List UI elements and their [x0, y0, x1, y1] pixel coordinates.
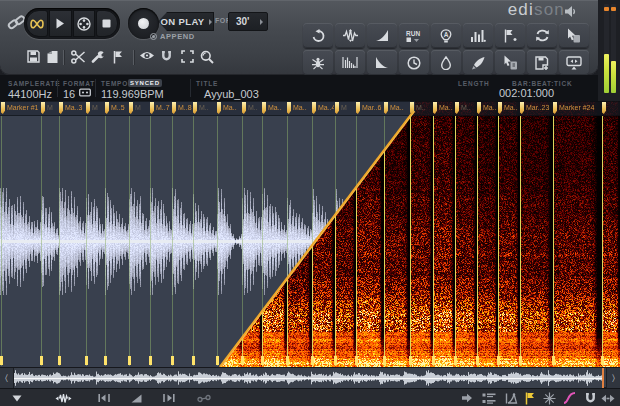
file-tool-strip: [0, 47, 300, 69]
on-play-label: ON PLAY: [160, 16, 204, 27]
marker-flag[interactable]: [193, 102, 197, 114]
menu-triangle-button[interactable]: [8, 389, 26, 406]
append-option[interactable]: APPEND: [150, 32, 195, 41]
save-as-tool-button[interactable]: [527, 50, 557, 75]
marker-flag[interactable]: [384, 102, 388, 114]
scrub-wave-button[interactable]: [54, 389, 72, 406]
snowflake-button[interactable]: [540, 389, 558, 406]
magnet-button[interactable]: [581, 389, 599, 406]
reel-button[interactable]: [73, 10, 95, 37]
snap-right-icon: [163, 393, 175, 403]
add-marker-tool-button[interactable]: [495, 23, 525, 48]
scissors-button[interactable]: [71, 50, 86, 64]
marker-flag[interactable]: [498, 102, 502, 114]
on-play-dropdown[interactable]: ON PLAY: [158, 12, 214, 31]
marker-flag[interactable]: [287, 102, 291, 114]
link-dots-button[interactable]: [195, 389, 213, 406]
marker-flag[interactable]: [150, 102, 154, 114]
denoise-tool-button[interactable]: [303, 50, 333, 75]
marker-flag[interactable]: [455, 102, 459, 114]
stretch-icon: [601, 394, 615, 403]
send-to-tool-button[interactable]: [559, 50, 589, 75]
loop-button[interactable]: [26, 10, 48, 37]
marker-flag[interactable]: [335, 102, 339, 114]
add-marker-icon: [504, 29, 517, 43]
scroll-left-button[interactable]: 〈: [0, 368, 14, 388]
equalize-tool-button[interactable]: [463, 23, 493, 48]
marker-flag[interactable]: [410, 102, 414, 114]
marker-flag[interactable]: [1, 102, 5, 114]
amplify-tool-button[interactable]: [335, 23, 365, 48]
time-stretch-tool-button[interactable]: [399, 50, 429, 75]
marker-flag[interactable]: [477, 102, 481, 114]
marker-flag[interactable]: [242, 102, 246, 114]
magnet-button[interactable]: [160, 50, 173, 62]
title-value[interactable]: Ayyub_003: [204, 88, 259, 100]
marker-flag[interactable]: [520, 102, 524, 114]
zoom-button[interactable]: [200, 50, 214, 64]
fade-in-tool-button[interactable]: [367, 23, 397, 48]
format-value[interactable]: 16: [63, 88, 75, 100]
select-button[interactable]: [181, 50, 194, 63]
arrow-right-button[interactable]: [458, 389, 476, 406]
tempo-value[interactable]: 119.969BPM: [101, 88, 164, 100]
marker-flag[interactable]: [312, 102, 316, 114]
overview-scrollbar[interactable]: 〈 〉: [0, 367, 620, 387]
length-label: LENGTH: [458, 80, 490, 87]
marker-flag[interactable]: [129, 102, 133, 114]
save-button[interactable]: [27, 50, 40, 63]
stretch-button[interactable]: [599, 389, 617, 406]
marker-flag[interactable]: [553, 102, 557, 114]
flag-button[interactable]: [113, 50, 123, 64]
top-toolbar: ON PLAYAPPENDFOR30'edisonRUNA: [0, 0, 598, 75]
marker-flag[interactable]: [217, 102, 221, 114]
smooth-curve-button[interactable]: [560, 389, 578, 406]
slice-drop-tool-button[interactable]: [495, 50, 525, 75]
time-stretch-icon: [407, 56, 421, 70]
convolution-tool-button[interactable]: [335, 50, 365, 75]
undo-tool-button[interactable]: [303, 23, 333, 48]
paint-tool-button[interactable]: [463, 50, 493, 75]
marker-label: M..: [416, 104, 432, 111]
marker-bar[interactable]: Marker #1MMa..3MM..5MM..7M..8M..Ma..M..M…: [0, 101, 620, 116]
samplerate-value[interactable]: 44100Hz: [8, 88, 52, 100]
marker-flag-button[interactable]: [521, 389, 539, 406]
drop-tool-button[interactable]: [431, 50, 461, 75]
snap-right-button[interactable]: [160, 389, 178, 406]
marker-flag[interactable]: [105, 102, 109, 114]
envelope-button[interactable]: [502, 389, 520, 406]
marker-flag[interactable]: [433, 102, 437, 114]
marker-flag[interactable]: [86, 102, 90, 114]
drag-copy-tool-button[interactable]: [559, 23, 589, 48]
format-stereo-icon[interactable]: [79, 88, 91, 97]
wrench-button[interactable]: [91, 50, 106, 63]
convert-tool-button[interactable]: [527, 23, 557, 48]
blur-tool-button[interactable]: A: [431, 23, 461, 48]
synced-badge[interactable]: SYNCED: [128, 79, 162, 87]
marker-flag[interactable]: [59, 102, 63, 114]
eye-button[interactable]: [139, 50, 155, 61]
run-script-tool-button[interactable]: RUN: [399, 23, 429, 48]
position-value[interactable]: 002:01:000: [499, 87, 554, 99]
marker-flag[interactable]: [356, 102, 360, 114]
stop-button[interactable]: [96, 10, 118, 37]
marker-flag[interactable]: [262, 102, 266, 114]
marker-flag[interactable]: [602, 102, 606, 114]
append-radio-icon: [150, 33, 157, 40]
wave-spectral-display[interactable]: [0, 101, 620, 367]
play-button[interactable]: [49, 10, 71, 37]
snowflake-icon: [543, 392, 556, 405]
copy-button[interactable]: [46, 50, 59, 64]
marker-flag[interactable]: [41, 102, 45, 114]
marker-flag[interactable]: [172, 102, 176, 114]
duration-dropdown[interactable]: 30': [228, 12, 268, 31]
ramp-button[interactable]: [127, 389, 145, 406]
scroll-right-button[interactable]: 〉: [606, 368, 620, 388]
snap-left-button[interactable]: [95, 389, 113, 406]
toolbar-divider: [63, 50, 64, 65]
samplerate-label: SAMPLERATE: [8, 80, 60, 87]
append-label: APPEND: [160, 32, 195, 41]
fade-out-tool-button[interactable]: [367, 50, 397, 75]
slice-list-button[interactable]: [480, 389, 498, 406]
info-bar: SAMPLERATE44100HzFORMAT16TEMPO119.969BPM…: [0, 75, 598, 101]
